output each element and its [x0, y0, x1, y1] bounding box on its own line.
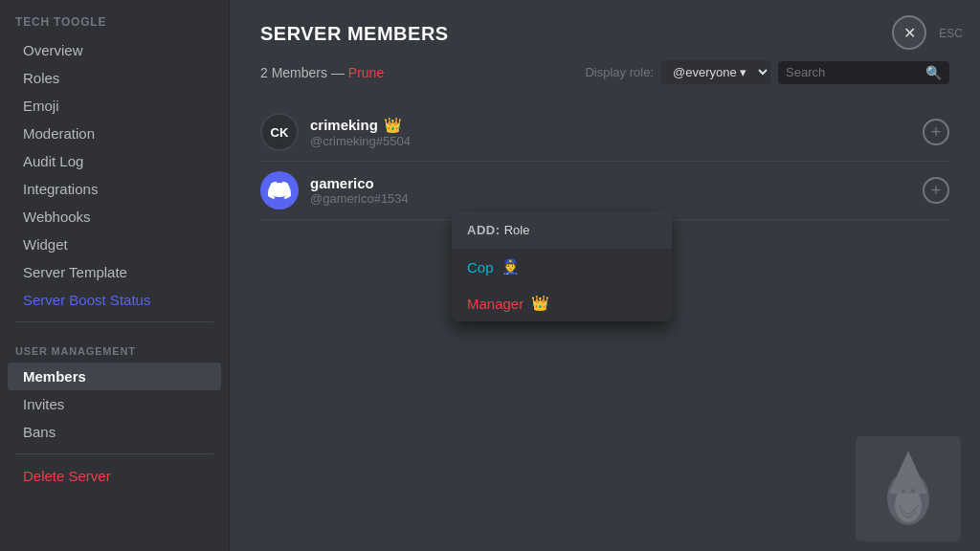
- main-header: SERVER MEMBERS: [260, 23, 949, 45]
- members-count: 2 Members — Prune: [260, 65, 384, 80]
- count-text: 2 Members: [260, 65, 327, 80]
- search-box: 🔍: [778, 61, 949, 84]
- member-tag-gamerico: @gamerico#1534: [310, 191, 923, 206]
- esc-label: ESC: [939, 27, 963, 40]
- members-bar: 2 Members — Prune Display role: @everyon…: [260, 60, 949, 84]
- main-content: SERVER MEMBERS ✕ ESC 2 Members — Prune D…: [230, 0, 980, 551]
- manager-label: Manager: [467, 296, 523, 312]
- avatar-initials-crimeking: CK: [271, 125, 289, 140]
- sidebar-item-roles[interactable]: Roles: [8, 64, 221, 92]
- manager-icon: 👑: [531, 295, 549, 312]
- avatar-gamerico: [260, 171, 299, 209]
- image-placeholder: [856, 436, 961, 541]
- member-row-crimeking: CK crimeking 👑 @crimeking#5504 +: [260, 103, 949, 162]
- sidebar: TECH TOOGLE Overview Roles Emoji Moderat…: [0, 0, 230, 551]
- sidebar-divider-2: [15, 453, 213, 454]
- close-button[interactable]: ✕: [892, 15, 926, 50]
- member-row-gamerico: gamerico @gamerico#1534 + ADD: Role Cop …: [260, 162, 949, 220]
- dropdown-header: ADD: Role: [452, 211, 672, 249]
- search-icon: 🔍: [925, 65, 942, 80]
- sidebar-item-widget[interactable]: Widget: [8, 231, 221, 258]
- sidebar-item-server-template[interactable]: Server Template: [8, 258, 221, 286]
- sidebar-item-bans[interactable]: Bans: [8, 418, 221, 446]
- dash-separator: —: [331, 65, 345, 80]
- sidebar-item-boost[interactable]: Server Boost Status: [8, 286, 221, 314]
- server-name: TECH TOOGLE: [0, 15, 229, 36]
- sidebar-item-overview[interactable]: Overview: [8, 36, 221, 64]
- display-role-area: Display role: @everyone ▾ 🔍: [585, 60, 949, 84]
- sidebar-item-audit-log[interactable]: Audit Log: [8, 147, 221, 175]
- sidebar-divider: [15, 321, 213, 322]
- cop-label: Cop: [467, 259, 494, 276]
- add-role-button-crimeking[interactable]: +: [923, 119, 949, 145]
- role-option-cop[interactable]: Cop 👮: [452, 249, 672, 285]
- add-role-button-gamerico[interactable]: +: [923, 177, 949, 204]
- member-info-crimeking: crimeking 👑 @crimeking#5504: [310, 117, 923, 148]
- role-dropdown: ADD: Role Cop 👮 Manager 👑: [452, 211, 672, 321]
- discord-avatar-gamerico: [260, 171, 299, 209]
- role-select[interactable]: @everyone ▾: [661, 60, 770, 84]
- sidebar-item-integrations[interactable]: Integrations: [8, 175, 221, 203]
- cop-icon: 👮: [501, 258, 520, 276]
- sidebar-item-members[interactable]: Members: [8, 363, 221, 390]
- prune-button[interactable]: Prune: [348, 65, 384, 80]
- member-info-gamerico: gamerico @gamerico#1534: [310, 175, 923, 206]
- member-tag-crimeking: @crimeking#5504: [310, 134, 923, 148]
- role-option-manager[interactable]: Manager 👑: [452, 285, 672, 321]
- sidebar-item-moderation[interactable]: Moderation: [8, 120, 221, 147]
- svg-marker-3: [889, 451, 927, 494]
- sidebar-item-emoji[interactable]: Emoji: [8, 92, 221, 120]
- page-title: SERVER MEMBERS: [260, 23, 449, 45]
- avatar-crimeking: CK: [260, 113, 299, 151]
- sidebar-item-invites[interactable]: Invites: [8, 390, 221, 418]
- member-name-gamerico: gamerico: [310, 175, 923, 191]
- sidebar-item-webhooks[interactable]: Webhooks: [8, 203, 221, 231]
- sidebar-item-delete-server[interactable]: Delete Server: [8, 462, 221, 490]
- search-input[interactable]: [786, 65, 920, 79]
- member-name-crimeking: crimeking 👑: [310, 117, 923, 134]
- svg-point-4: [902, 489, 905, 493]
- crimeking-icon: 👑: [384, 117, 402, 134]
- svg-point-5: [911, 489, 915, 493]
- display-role-label: Display role:: [585, 65, 654, 79]
- close-icon: ✕: [903, 24, 916, 42]
- user-management-title: USER MANAGEMENT: [0, 330, 229, 363]
